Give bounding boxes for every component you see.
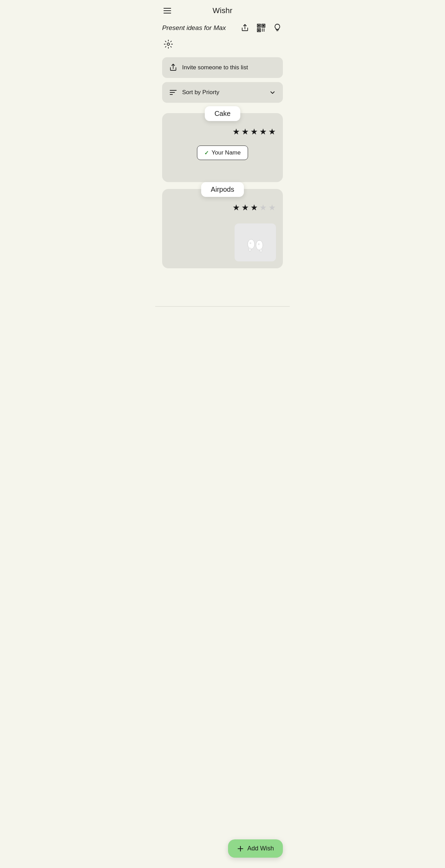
wish-card-airpods-content: ★ ★ ★ ★ ★ — [169, 196, 276, 261]
plus-icon — [237, 845, 244, 852]
claimed-by-label: Your Name — [211, 149, 240, 156]
sort-button[interactable]: Sort by Priorty — [162, 82, 283, 103]
star-4: ★ — [259, 203, 267, 212]
svg-rect-9 — [262, 30, 263, 31]
svg-rect-4 — [263, 25, 264, 27]
invite-share-icon — [169, 63, 177, 72]
svg-rect-6 — [258, 29, 260, 31]
invite-button[interactable]: Invite someone to this list — [162, 57, 283, 78]
wish-card-airpods[interactable]: Airpods ★ ★ ★ ★ ★ — [162, 189, 283, 268]
svg-rect-2 — [258, 25, 260, 27]
settings-row — [155, 36, 290, 57]
airpods-image-area — [235, 223, 276, 261]
invite-button-label: Invite someone to this list — [182, 64, 248, 71]
check-icon: ✓ — [204, 150, 209, 156]
cake-stars-row: ★ ★ ★ ★ ★ — [233, 127, 276, 137]
action-area: Invite someone to this list Sort by Prio… — [155, 57, 290, 103]
star-5: ★ — [268, 127, 276, 137]
wish-card-cake-title: Cake — [205, 106, 240, 121]
settings-button[interactable] — [162, 38, 175, 50]
star-3: ★ — [250, 127, 258, 137]
wish-card-airpods-title: Airpods — [201, 182, 244, 197]
subtitle-row: Present ideas for Max — [155, 19, 290, 36]
chevron-down-icon — [269, 89, 276, 96]
airpods-image — [241, 229, 269, 256]
airpods-image-box — [235, 223, 276, 261]
lightbulb-icon — [273, 23, 281, 32]
star-1: ★ — [233, 127, 240, 137]
sort-button-label: Sort by Priorty — [182, 89, 219, 96]
sort-left: Sort by Priorty — [169, 88, 219, 97]
svg-point-16 — [248, 239, 255, 249]
hamburger-button[interactable] — [162, 7, 172, 15]
wish-card-cake-content: ★ ★ ★ ★ ★ ✓ Your Name — [169, 120, 276, 160]
cards-area: Cake ★ ★ ★ ★ ★ ✓ Your Name Airpods ★ ★ — [155, 103, 290, 275]
bottom-spacer — [155, 275, 290, 306]
svg-rect-7 — [262, 29, 263, 30]
svg-point-20 — [250, 242, 251, 244]
sort-icon — [169, 88, 177, 97]
star-2: ★ — [241, 203, 249, 212]
svg-rect-19 — [260, 249, 262, 252]
lightbulb-button[interactable] — [272, 22, 283, 34]
star-4: ★ — [259, 127, 267, 137]
wish-card-cake[interactable]: Cake ★ ★ ★ ★ ★ ✓ Your Name — [162, 113, 283, 182]
svg-rect-10 — [264, 30, 265, 31]
star-5: ★ — [268, 203, 276, 212]
subtitle-text: Present ideas for Max — [162, 24, 235, 32]
add-wish-button[interactable]: Add Wish — [228, 839, 283, 858]
share-button[interactable] — [239, 22, 250, 33]
header: Wishr — [155, 0, 290, 19]
svg-point-18 — [256, 240, 263, 250]
svg-rect-17 — [249, 248, 251, 251]
svg-point-11 — [167, 43, 170, 46]
settings-icon — [164, 39, 173, 49]
airpods-stars-row: ★ ★ ★ ★ ★ — [233, 203, 276, 212]
svg-point-21 — [258, 243, 260, 245]
bottom-bar: Add Wish — [155, 834, 290, 868]
star-2: ★ — [241, 127, 249, 137]
star-1: ★ — [233, 203, 240, 212]
app-title: Wishr — [212, 6, 233, 15]
star-3: ★ — [250, 203, 258, 212]
qr-button[interactable] — [255, 22, 267, 34]
qr-icon — [257, 23, 266, 32]
share-icon — [241, 24, 249, 32]
divider — [155, 306, 290, 307]
svg-rect-8 — [264, 29, 265, 30]
add-wish-label: Add Wish — [247, 845, 274, 852]
claimed-badge: ✓ Your Name — [197, 146, 248, 160]
